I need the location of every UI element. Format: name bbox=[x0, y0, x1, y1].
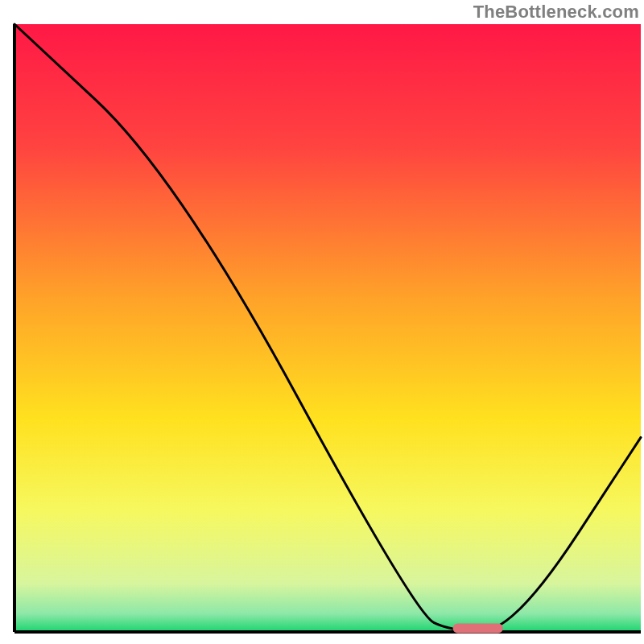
optimum-marker bbox=[453, 623, 503, 633]
chart-stage: TheBottleneck.com bbox=[0, 0, 644, 644]
watermark-label: TheBottleneck.com bbox=[473, 2, 639, 23]
bottleneck-chart bbox=[0, 0, 644, 644]
plot-background bbox=[14, 24, 641, 632]
